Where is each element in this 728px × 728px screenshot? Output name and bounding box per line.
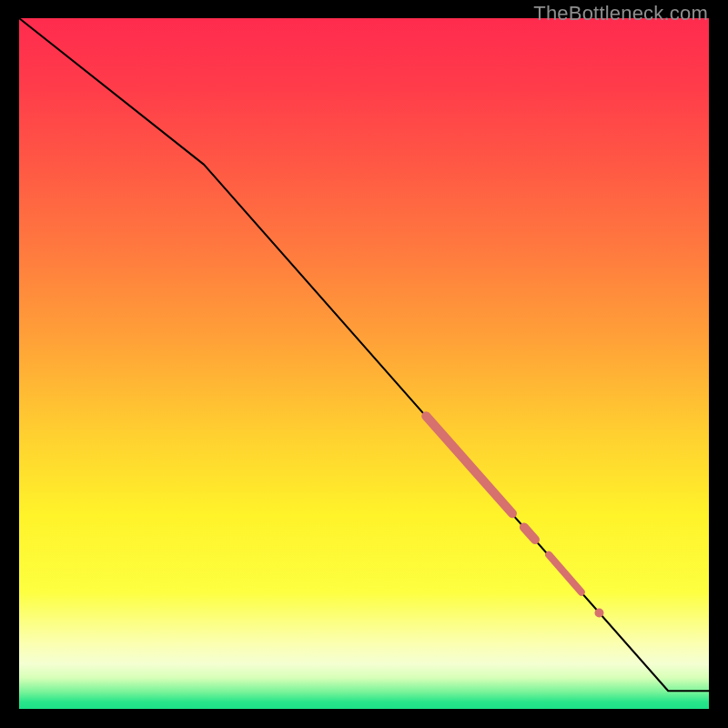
highlight-seg-2: [549, 555, 581, 592]
highlight-seg-1: [524, 527, 535, 540]
curve-layer: [19, 18, 709, 709]
highlight-dot-0: [594, 608, 603, 617]
watermark-text: TheBottleneck.com: [533, 2, 708, 25]
chart-stage: TheBottleneck.com: [0, 0, 728, 728]
plot-area: [19, 18, 709, 709]
highlight-seg-0: [426, 416, 512, 513]
main-line: [19, 18, 709, 691]
